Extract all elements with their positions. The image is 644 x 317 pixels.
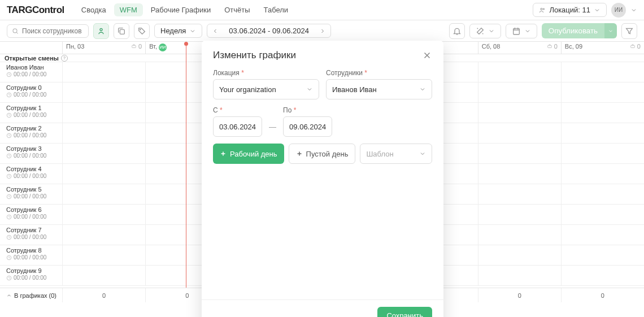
location-select[interactable]: Your organization xyxy=(213,79,319,99)
edit-schedules-modal: Изменить графики Локация * Your organiza… xyxy=(202,41,443,317)
close-button[interactable] xyxy=(422,50,432,60)
workday-button[interactable]: Рабочий день xyxy=(213,144,284,164)
location-label: Локация * xyxy=(213,69,319,77)
chevron-down-icon xyxy=(306,86,313,93)
close-icon xyxy=(422,50,432,60)
chevron-down-icon xyxy=(419,86,426,93)
emptyday-button[interactable]: Пустой день xyxy=(289,144,356,164)
modal-title: Изменить графики xyxy=(213,50,296,61)
to-date-input[interactable]: 09.06.2024 xyxy=(283,116,332,137)
from-date-input[interactable]: 03.06.2024 xyxy=(213,116,262,137)
to-label: По * xyxy=(283,106,332,114)
chevron-down-icon xyxy=(419,150,426,157)
plus-icon xyxy=(296,150,303,157)
template-select[interactable]: Шаблон xyxy=(360,144,432,164)
save-button[interactable]: Сохранить xyxy=(377,307,432,317)
from-label: С * xyxy=(213,106,262,114)
plus-icon xyxy=(220,150,227,157)
date-separator: — xyxy=(269,123,276,137)
employees-select[interactable]: Иванов Иван xyxy=(326,79,432,99)
employees-label: Сотрудники * xyxy=(326,69,432,77)
